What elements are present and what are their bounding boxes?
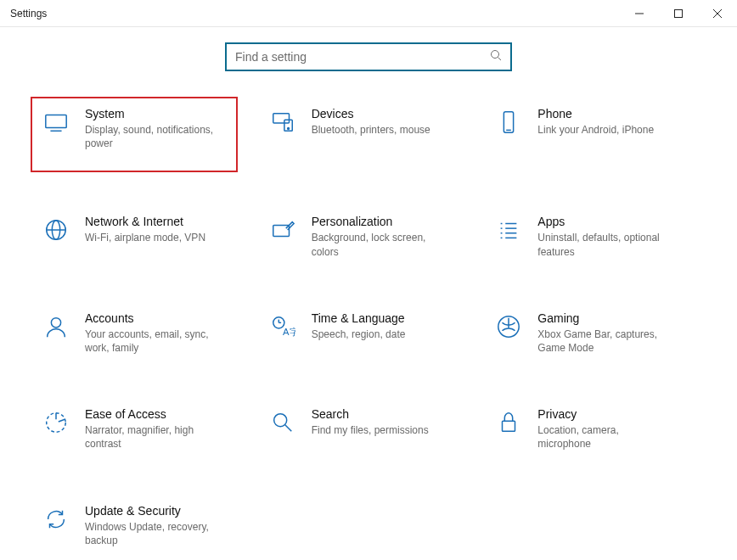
tile-desc: Windows Update, recovery, backup	[85, 520, 221, 547]
svg-rect-8	[273, 114, 289, 123]
svg-rect-1	[675, 9, 683, 17]
tile-desc: Your accounts, email, sync, work, family	[85, 328, 221, 355]
maximize-button[interactable]	[659, 0, 698, 26]
tile-network[interactable]: Network & Internet Wi-Fi, airplane mode,…	[36, 210, 239, 263]
svg-point-4	[492, 51, 499, 59]
tile-desc: Display, sound, notifications, power	[85, 123, 221, 150]
time-language-icon: A字	[269, 313, 296, 340]
ease-of-access-icon	[42, 409, 70, 436]
minimize-icon	[635, 9, 644, 18]
tile-phone[interactable]: Phone Link your Android, iPhone	[488, 102, 692, 167]
apps-list-icon	[495, 216, 522, 244]
tile-desc: Narrator, magnifier, high contrast	[85, 423, 221, 451]
tile-desc: Background, lock screen, colors	[312, 231, 447, 258]
gaming-icon	[495, 313, 522, 340]
svg-rect-6	[46, 115, 66, 128]
tile-title: Network & Internet	[85, 215, 233, 228]
tile-ease-of-access[interactable]: Ease of Access Narrator, magnifier, high…	[36, 402, 239, 456]
paintbrush-icon	[269, 216, 296, 244]
tile-title: Update & Security	[85, 504, 233, 518]
svg-text:A字: A字	[283, 327, 295, 337]
tile-search[interactable]: Search Find my files, permissions	[262, 402, 466, 456]
close-icon	[713, 9, 722, 18]
svg-point-10	[287, 128, 289, 130]
tile-title: Search	[312, 407, 459, 421]
tile-apps[interactable]: Apps Uninstall, defaults, optional featu…	[488, 210, 692, 263]
maximize-icon	[674, 9, 683, 18]
svg-rect-11	[504, 112, 514, 132]
svg-point-25	[51, 317, 60, 327]
tile-desc: Bluetooth, printers, mouse	[312, 123, 447, 137]
window-controls	[620, 0, 737, 26]
tile-time-language[interactable]: A字 Time & Language Speech, region, date	[262, 306, 466, 360]
tile-title: Apps	[537, 215, 685, 228]
person-icon	[42, 313, 70, 340]
search-box[interactable]	[225, 42, 512, 71]
tile-desc: Xbox Game Bar, captures, Game Mode	[537, 328, 673, 355]
tile-title: Gaming	[537, 311, 685, 325]
update-icon	[42, 506, 70, 533]
system-icon	[42, 109, 70, 136]
lock-icon	[495, 409, 522, 436]
tile-system[interactable]: System Display, sound, notifications, po…	[36, 102, 233, 167]
tile-devices[interactable]: Devices Bluetooth, printers, mouse	[262, 102, 466, 167]
search-container	[0, 42, 737, 71]
tile-title: Accounts	[85, 311, 233, 325]
devices-icon	[269, 109, 296, 136]
search-input[interactable]	[235, 50, 490, 64]
tile-privacy[interactable]: Privacy Location, camera, microphone	[488, 402, 692, 456]
tile-personalization[interactable]: Personalization Background, lock screen,…	[262, 210, 466, 263]
globe-icon	[42, 216, 70, 244]
tile-desc: Location, camera, microphone	[537, 423, 673, 451]
svg-line-5	[498, 58, 502, 61]
tile-title: Personalization	[312, 215, 459, 228]
tile-title: System	[85, 107, 226, 120]
tile-update-security[interactable]: Update & Security Windows Update, recove…	[36, 499, 239, 552]
tile-desc: Link your Android, iPhone	[537, 123, 673, 137]
minimize-button[interactable]	[620, 0, 659, 26]
phone-icon	[495, 109, 522, 136]
svg-rect-34	[503, 421, 515, 431]
settings-grid: System Display, sound, notifications, po…	[0, 102, 737, 552]
close-button[interactable]	[698, 0, 737, 26]
svg-line-33	[284, 425, 291, 432]
tile-accounts[interactable]: Accounts Your accounts, email, sync, wor…	[36, 306, 239, 360]
tile-title: Phone	[537, 107, 685, 120]
titlebar: Settings	[0, 0, 737, 27]
tile-desc: Wi-Fi, airplane mode, VPN	[85, 231, 221, 244]
magnifier-icon	[269, 409, 296, 436]
tile-title: Ease of Access	[85, 407, 233, 421]
search-icon	[490, 49, 502, 64]
tile-desc: Speech, region, date	[312, 328, 447, 341]
tile-gaming[interactable]: Gaming Xbox Game Bar, captures, Game Mod…	[488, 306, 692, 360]
tile-title: Time & Language	[312, 311, 459, 325]
tile-title: Privacy	[537, 407, 685, 421]
tile-desc: Uninstall, defaults, optional features	[537, 231, 673, 258]
svg-point-32	[273, 414, 286, 427]
window-title: Settings	[10, 8, 47, 20]
tile-title: Devices	[312, 107, 459, 120]
tile-desc: Find my files, permissions	[312, 423, 447, 437]
